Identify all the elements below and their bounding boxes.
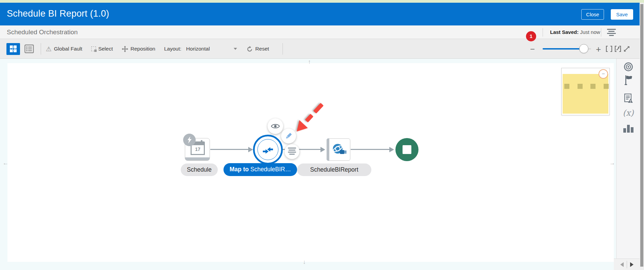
page-title: Schedule BI Report (1.0) — [7, 8, 109, 19]
map-node[interactable] — [253, 135, 283, 165]
calendar-day: 17 — [191, 145, 205, 155]
chevron-down-icon — [234, 48, 237, 50]
reset-refresh-icon — [247, 46, 253, 52]
soap-adapter-icon — [332, 142, 347, 157]
layout-selected-value: Horizontal — [186, 46, 210, 52]
reset-layout-button[interactable]: Reset — [247, 46, 269, 52]
zoom-selection-button[interactable] — [614, 45, 621, 54]
minimap-node — [578, 84, 583, 89]
tracking-button[interactable] — [617, 62, 640, 72]
invoke-node-label[interactable]: ScheduleBIReport — [297, 163, 371, 176]
list-view-icon — [24, 44, 34, 53]
divider — [627, 261, 627, 268]
zoom-out-button[interactable]: − — [530, 44, 535, 54]
map-node-inner-ring — [257, 139, 278, 160]
error-count-badge[interactable]: 1 — [526, 31, 536, 41]
maximize-canvas-button[interactable] — [623, 45, 630, 54]
mapper-icon — [262, 145, 273, 154]
canvas-sheet — [7, 63, 614, 262]
milestone-button[interactable] — [617, 75, 640, 85]
zoom-to-selection-icon — [614, 45, 621, 52]
map-node-label-selected[interactable]: Map to ScheduleBIR… — [223, 163, 297, 176]
canvas-view-button[interactable] — [6, 43, 20, 55]
variables-x-icon: (x) — [623, 108, 633, 118]
error-report-icon — [624, 93, 633, 103]
annotation-arrow-dash — [313, 103, 324, 114]
hamburger-menu-icon — [288, 148, 296, 156]
reposition-mode-button[interactable]: Reposition — [122, 46, 155, 52]
layout-label: Layout: — [164, 46, 181, 52]
flag-icon — [624, 75, 633, 85]
scrollbar-thumb[interactable] — [640, 4, 643, 267]
pan-left-icon[interactable]: ← — [3, 160, 8, 167]
canvas-toolbar: ⚠ Global Fault Select Reposition — [0, 39, 640, 59]
integration-style-label: Scheduled Orchestration — [7, 25, 78, 39]
pan-up-icon[interactable]: ↑ — [308, 59, 311, 65]
zoom-slider-fill — [543, 48, 584, 50]
zoom-in-button[interactable]: + — [596, 44, 601, 55]
errors-button[interactable] — [617, 93, 640, 103]
pencil-icon — [284, 132, 293, 140]
subheader-bar: Scheduled Orchestration 1 Last Saved: Ju… — [0, 25, 640, 39]
last-saved-value: Just now — [580, 29, 600, 35]
select-mode-button[interactable]: Select — [91, 46, 113, 52]
invoke-schedulebireport-node[interactable] — [327, 138, 350, 161]
variables-button[interactable]: (x) — [617, 108, 640, 118]
expand-diagonal-icon — [623, 45, 630, 52]
minimap-node — [564, 84, 569, 89]
node-menu-button[interactable] — [285, 144, 299, 159]
zoom-slider-thumb[interactable] — [579, 44, 588, 53]
connector-arrowhead — [248, 147, 253, 152]
minimap-panel: − — [561, 68, 610, 115]
reposition-label: Reposition — [131, 46, 155, 52]
select-label: Select — [98, 46, 113, 52]
stop-square-icon — [403, 145, 411, 154]
minimap-collapse-button[interactable]: − — [599, 69, 608, 79]
metrics-button[interactable] — [617, 124, 640, 133]
divider — [601, 28, 601, 37]
layout-dropdown[interactable]: Horizontal — [186, 46, 237, 52]
global-fault-button[interactable]: ⚠ Global Fault — [46, 46, 82, 52]
last-saved-label: Last Saved: — [550, 29, 579, 35]
warning-triangle-icon: ⚠ — [46, 46, 52, 52]
pan-right-icon[interactable]: → — [609, 160, 615, 167]
scroll-right-button[interactable] — [630, 262, 633, 267]
lightning-bolt-icon — [187, 136, 192, 143]
schedule-node-label[interactable]: Schedule — [181, 163, 218, 176]
orchestration-canvas[interactable]: ↑ ← → ↓ 17 — [0, 59, 640, 270]
minimap-node — [604, 84, 609, 89]
connector-arrowhead — [320, 147, 325, 152]
window-top-border — [0, 0, 644, 3]
horizontal-scroll-controls — [614, 258, 640, 270]
connector-invoke-to-end — [351, 149, 390, 150]
node-side-bar — [327, 138, 329, 161]
annotation-arrow-dash — [305, 114, 313, 122]
actions-menu-icon[interactable] — [606, 29, 617, 36]
global-fault-label: Global Fault — [54, 46, 82, 52]
window-scrollbar[interactable] — [640, 3, 644, 270]
integration-header: Schedule BI Report (1.0) Close Save — [0, 3, 640, 25]
end-node[interactable] — [395, 138, 418, 161]
puzzle-icon — [9, 45, 17, 53]
connector-schedule-to-map — [210, 149, 249, 150]
marquee-select-icon — [91, 46, 96, 51]
trigger-badge — [183, 134, 196, 146]
eye-icon — [271, 123, 280, 129]
zoom-fit-button[interactable] — [606, 45, 612, 54]
divider — [282, 43, 283, 55]
scroll-left-button[interactable] — [620, 262, 624, 267]
pseudo-view-button[interactable] — [22, 43, 36, 55]
node-footer-bar — [185, 157, 210, 160]
oic-orchestration-editor: Schedule BI Report (1.0) Close Save Sche… — [0, 0, 644, 270]
preview-map-button[interactable] — [268, 118, 283, 134]
pan-down-icon[interactable]: ↓ — [303, 259, 306, 266]
minimap-viewport[interactable] — [563, 74, 608, 114]
close-button[interactable]: Close — [581, 9, 604, 20]
bar-chart-icon — [623, 124, 633, 133]
save-button[interactable]: Save — [611, 9, 633, 20]
map-label-rest: ScheduleBIR… — [249, 166, 291, 173]
right-tools-rail: (x) — [616, 59, 640, 270]
minimap-node — [590, 84, 596, 89]
zoom-slider[interactable] — [543, 48, 591, 50]
move-cross-icon — [122, 46, 128, 52]
